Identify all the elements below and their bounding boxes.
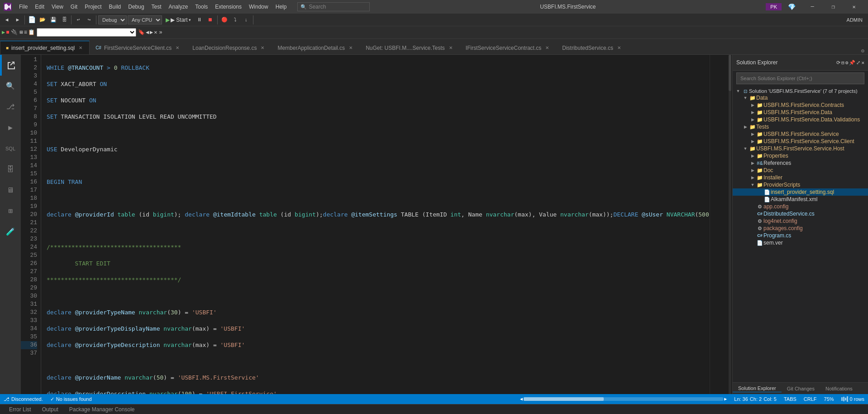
se-expand-button[interactable]: ⤢ <box>856 60 860 66</box>
tree-data-validations[interactable]: ▶ 📁 USBFI.MS.FirstService.Data.Validatio… <box>733 116 868 123</box>
tab-error-list[interactable]: Error List <box>4 405 37 414</box>
platform-select[interactable]: Any CPU <box>128 15 162 24</box>
menu-git[interactable]: Git <box>67 2 81 12</box>
menu-help[interactable]: Help <box>272 2 291 12</box>
se-filter-button[interactable]: ⊟ <box>841 60 844 66</box>
tree-log4net-config[interactable]: ⚙ log4net.config <box>733 217 868 225</box>
issues-status[interactable]: ✓ No issues found <box>50 396 92 402</box>
menu-debug[interactable]: Debug <box>124 2 148 12</box>
horizontal-scrollbar-area[interactable]: ◀ ▶ <box>520 396 727 402</box>
tab-close[interactable]: ✕ <box>77 45 84 51</box>
menu-extensions[interactable]: Extensions <box>211 2 245 12</box>
back-button[interactable]: ◀ <box>2 15 12 25</box>
tab-nuget[interactable]: NuGet: USBFI.M....Service.Tests ✕ <box>360 41 460 54</box>
tab-close[interactable]: ✕ <box>348 45 354 51</box>
tab-close[interactable]: ✕ <box>259 45 266 51</box>
step-into-button[interactable]: ↓ <box>241 15 251 25</box>
menu-test[interactable]: Test <box>148 2 165 12</box>
minimap[interactable] <box>710 55 732 394</box>
tab-first-service-client[interactable]: C# FirstServiceServiceClient.cs ✕ <box>90 41 186 54</box>
next-bookmark-button[interactable]: ▶ <box>150 29 153 36</box>
connection-select[interactable] <box>37 28 136 37</box>
tree-alkami-manifest[interactable]: 📄 AlkamiManifest.xml <box>733 196 868 203</box>
code-content[interactable]: WHILE @TRANCOUNT > 0 ROLLBACK SET XACT_A… <box>41 55 710 394</box>
tab-first-service-contract[interactable]: IFirstServiceServiceContract.cs ✕ <box>460 41 556 54</box>
live-share-button[interactable]: ADMIN <box>843 16 866 24</box>
indent-status[interactable]: TABS <box>784 396 796 402</box>
menu-tools[interactable]: Tools <box>191 2 211 12</box>
menu-project[interactable]: Project <box>81 2 105 12</box>
tree-service-host[interactable]: ▼ 📁 USBFI.MS.FirstService.Service.Host <box>733 145 868 152</box>
tree-provider-scripts[interactable]: ▼ 📁 ProviderScripts <box>733 181 868 188</box>
clear-bookmark-button[interactable]: ✕ <box>154 29 157 36</box>
open-button[interactable]: 📂 <box>38 15 48 25</box>
tree-tests-folder[interactable]: ▶ 📁 Tests <box>733 123 868 130</box>
pause-button[interactable]: ⏸ <box>195 15 205 25</box>
tree-distributed-service-cs[interactable]: C# DistributedService.cs <box>733 210 868 217</box>
activity-test[interactable]: 🧪 <box>0 221 21 242</box>
bookmark-button[interactable]: 🔖 <box>138 29 145 36</box>
scroll-right-button[interactable]: ▶ <box>724 396 727 402</box>
tree-doc[interactable]: ▶ 📁 Doc <box>733 167 868 174</box>
activity-explorer[interactable] <box>0 55 21 76</box>
menu-analyze[interactable]: Analyze <box>165 2 192 12</box>
maximize-button[interactable]: ❐ <box>823 0 844 14</box>
tab-close[interactable]: ✕ <box>174 45 181 51</box>
tree-properties[interactable]: ▶ 📁 Properties <box>733 152 868 159</box>
more-toolbar-button[interactable]: » <box>159 29 162 36</box>
tree-insert-provider-sql[interactable]: 📄 insert_provider_setting.sql <box>733 188 868 196</box>
save-all-button[interactable]: 🗄 <box>59 15 69 25</box>
tree-references[interactable]: ▶ #& References <box>733 159 868 167</box>
undo-button[interactable]: ↩ <box>73 15 83 25</box>
tree-app-config[interactable]: ⚙ app.config <box>733 203 868 210</box>
tab-settings[interactable]: ⚙ <box>858 48 868 54</box>
results-grid-button[interactable]: ⊞ <box>19 29 23 36</box>
tree-sem-ver[interactable]: 📄 sem.ver <box>733 239 868 246</box>
tab-distributed-service[interactable]: DistributedService.cs ✕ <box>556 41 628 54</box>
activity-server[interactable]: 🖥 <box>0 180 21 201</box>
activity-run[interactable]: ▶ <box>0 117 21 138</box>
tree-data[interactable]: ▶ 📁 USBFI.MS.FirstService.Data <box>733 109 868 116</box>
tree-data-folder[interactable]: ▼ 📁 Data <box>733 94 868 101</box>
menu-window[interactable]: Window <box>245 2 272 12</box>
tab-output[interactable]: Output <box>37 405 64 414</box>
activity-git[interactable]: ⎇ <box>0 96 21 117</box>
tab-close[interactable]: ✕ <box>448 45 454 51</box>
se-settings-button[interactable]: ⚙ <box>845 60 849 66</box>
activity-sql[interactable]: SQL <box>0 138 21 159</box>
tab-close[interactable]: ✕ <box>616 45 622 51</box>
tree-program-cs[interactable]: C# Program.cs <box>733 232 868 239</box>
tree-installer[interactable]: ▶ 📁 Installer <box>733 174 868 181</box>
connect-button[interactable]: 🔌 <box>11 29 18 36</box>
se-tab-solution-explorer[interactable]: Solution Explorer <box>733 385 782 392</box>
activity-search[interactable]: 🔍 <box>0 76 21 96</box>
results-text-button[interactable]: ≡ <box>24 29 27 36</box>
menu-view[interactable]: View <box>48 2 67 12</box>
prev-bookmark-button[interactable]: ◀ <box>146 29 149 36</box>
tab-loan-decision[interactable]: LoanDecisionResponse.cs ✕ <box>186 41 272 54</box>
global-search[interactable]: 🔍 Search <box>297 2 370 11</box>
se-tab-git-changes[interactable]: Git Changes <box>782 385 820 392</box>
zoom-status[interactable]: 75% <box>824 396 834 402</box>
git-status[interactable]: ⎇ Disconnected. <box>4 396 43 402</box>
se-search-input[interactable] <box>736 72 864 84</box>
tab-insert-provider[interactable]: ■ insert_provider_setting.sql ✕ <box>0 41 90 54</box>
tree-packages-config[interactable]: ⚙ packages.config <box>733 225 868 232</box>
forward-button[interactable]: ▶ <box>13 15 23 25</box>
tab-close[interactable]: ✕ <box>544 45 550 51</box>
step-over-button[interactable]: ⤵ <box>230 15 240 25</box>
debug-config-select[interactable]: Debug <box>98 15 127 24</box>
redo-button[interactable]: ↪ <box>84 15 94 25</box>
scroll-left-button[interactable]: ◀ <box>520 396 523 402</box>
scrollbar-track[interactable] <box>524 397 723 401</box>
stop-button[interactable]: ⏹ <box>205 15 215 25</box>
tab-package-manager[interactable]: Package Manager Console <box>64 405 140 414</box>
close-button[interactable]: ✕ <box>844 0 864 14</box>
se-tab-notifications[interactable]: Notifications <box>820 385 858 392</box>
tree-contracts[interactable]: ▶ 📁 USBFI.MS.FirstService.Contracts <box>733 101 868 109</box>
minimize-button[interactable]: ─ <box>802 0 823 14</box>
menu-edit[interactable]: Edit <box>31 2 48 12</box>
tree-service[interactable]: ▶ 📁 USBFI.MS.FirstService.Service <box>733 130 868 138</box>
new-file-button[interactable]: 📄 <box>27 15 37 25</box>
cancel-query-button[interactable]: ■ <box>6 29 9 36</box>
